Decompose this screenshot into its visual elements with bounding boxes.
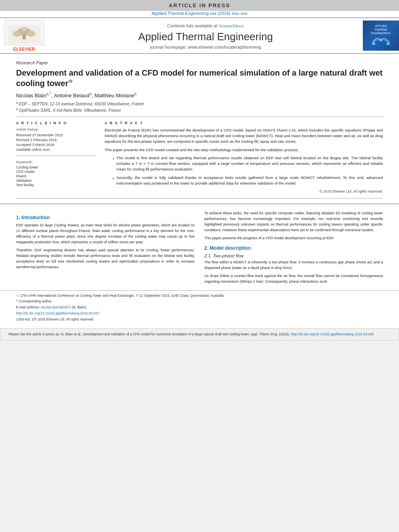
received-date: Received 27 November 2015: [16, 133, 97, 137]
model-num: 2.: [204, 245, 208, 251]
divider-1: [16, 117, 383, 117]
intro-para2: Therefore, EDF engineering division has …: [16, 248, 195, 270]
article-title-text: Development and validation of a CFD mode…: [16, 68, 383, 88]
journal-right-logo: APPLIED THERMAL ENGINEERING: [363, 21, 399, 51]
author3-sup: b: [134, 92, 137, 96]
keyword-2: CFD model: [16, 170, 97, 174]
svg-point-4: [27, 31, 35, 37]
keyword-1: Cooling tower: [16, 165, 97, 169]
citation-link[interactable]: http://dx.doi.org/10.1016/j.applthermale…: [291, 332, 374, 336]
article-type-label: Research Paper: [16, 60, 383, 65]
svg-point-6: [373, 43, 375, 45]
available-online: Available online xxxx: [16, 148, 97, 152]
journal-homepage: journal homepage: www.elsevier.com/locat…: [52, 45, 359, 49]
title-star: ☆: [68, 78, 73, 84]
model-title-text: Model description: [210, 245, 251, 251]
author3-name: , Matthieu Miolane: [92, 92, 134, 99]
email-label: E-mail address:: [16, 305, 40, 309]
journal-header-row: ELSEVIER Contents lists available at Sci…: [0, 17, 399, 54]
sciencedirect-link[interactable]: ScienceDirect: [219, 23, 244, 28]
body-content: 1. Introduction EDF operates 32 large Co…: [0, 203, 399, 287]
bullet-text-2: Secondly, the model is fully validated t…: [116, 175, 383, 187]
elsevier-label: ELSEVIER: [13, 47, 35, 51]
subsec-title-text: Two-phase flow: [213, 253, 243, 258]
intro-para3: To achieve these tasks, the need for spe…: [204, 211, 383, 233]
article-info-header: A R T I C L E I N F O: [16, 121, 97, 125]
revised-date: Revised 2 February 2016: [16, 138, 97, 142]
email-footnote: E-mail address: nicolas.blain@edf.fr (N.…: [16, 305, 383, 310]
right-logo-line3: ENGINEERING: [371, 31, 391, 35]
affiliation-b: b OptiFluides SARL, 6 Ind Niels Bohr, Vi…: [16, 107, 383, 113]
right-logo-line1: APPLIED: [375, 24, 387, 28]
two-phase-subtitle: 2.1. Two-phase flow: [204, 253, 383, 258]
keywords-label: Keywords:: [16, 160, 97, 164]
doi-footnote: http://dx.doi.org/10.1016/j.applthermale…: [16, 311, 383, 316]
page: ARTICLE IN PRESS Applied Thermal Enginee…: [0, 0, 399, 341]
affiliation-a: a EDF – SEPTEN, 12-14 avenue Dutrievoz, …: [16, 101, 383, 106]
info-abstract-section: A R T I C L E I N F O Article history: R…: [16, 121, 383, 193]
bullet-item-2: • Secondly, the model is fully validated…: [113, 175, 383, 187]
intro-para4: This paper presents the progress of a CF…: [204, 236, 383, 241]
author1-sup: a,*: [46, 92, 51, 96]
citation-text: Please cite this article in press as: N.…: [8, 332, 290, 336]
corresponding-footnote: * Corresponding author.: [16, 299, 383, 304]
body-two-col: 1. Introduction EDF operates 32 large Co…: [16, 211, 383, 287]
intro-para1: EDF operates 32 large Cooling Towers, as…: [16, 223, 195, 245]
subsec-num: 2.1.: [204, 253, 212, 258]
body-col-right: To achieve these tasks, the need for spe…: [204, 211, 383, 287]
copyright-line: © 2016 Elsevier Ltd. All rights reserved…: [105, 189, 383, 193]
contents-available-line: Contents lists available at ScienceDirec…: [52, 22, 359, 29]
elsevier-logo-image: [4, 20, 44, 46]
divider-2: [16, 198, 383, 199]
article-in-press-banner: ARTICLE IN PRESS: [0, 0, 399, 11]
doi-link[interactable]: http://dx.doi.org/10.1016/j.applthermale…: [16, 311, 99, 315]
doi-reference-line: Applied Thermal Engineering xxx (2016) x…: [0, 11, 399, 16]
bullet-text-1: The model is first tested and set regard…: [116, 155, 383, 173]
authors-line: Nicolas Blaina,*, Antoine Belauda, Matth…: [16, 92, 383, 99]
svg-point-3: [13, 31, 21, 37]
issn-footnote: 1359-431 1/© 2016 Elsevier Ltd. All righ…: [16, 317, 383, 322]
author1-name: Nicolas Blain: [16, 92, 46, 99]
banner-text: ARTICLE IN PRESS: [169, 2, 230, 8]
star-footnote: ☆ 17th IAHR International Conference on …: [16, 293, 383, 298]
svg-point-8: [387, 43, 389, 45]
bottom-citation-bar: Please cite this article in press as: N.…: [0, 328, 399, 341]
affiliation-a-text: EDF – SEPTEN, 12-14 avenue Dutrievoz, 69…: [19, 102, 144, 107]
model-para1: The flow within a NDWCT is inherently a …: [204, 260, 383, 271]
abstract-header: A B S T R A C T: [105, 121, 383, 125]
footnotes-area: ☆ 17th IAHR International Conference on …: [0, 290, 399, 325]
svg-point-7: [380, 39, 382, 41]
abstract-bullets: • The model is first tested and set rega…: [109, 155, 383, 186]
right-logo-line2: THERMAL: [374, 28, 387, 31]
divider-keywords: [16, 156, 97, 156]
svg-point-5: [22, 27, 27, 31]
keyword-5: Test facility: [16, 183, 97, 187]
journal-center: Contents lists available at ScienceDirec…: [48, 22, 363, 49]
article-info-column: A R T I C L E I N F O Article history: R…: [16, 121, 97, 193]
model-description-title: 2. Model description: [204, 245, 383, 251]
article-content: Research Paper Development and validatio…: [0, 54, 399, 199]
author2-name: , Antoine Belaud: [51, 92, 89, 99]
svg-rect-2: [23, 35, 26, 39]
email-name: (N. Blain).: [72, 305, 87, 309]
keyword-3: Fluent: [16, 174, 97, 178]
abstract-paragraph1: Électricité de France (EDF) has commissi…: [105, 127, 383, 145]
right-logo-graphic: [370, 35, 392, 47]
contents-text: Contents lists available at: [167, 23, 218, 28]
body-col-left: 1. Introduction EDF operates 32 large Co…: [16, 211, 195, 287]
accepted-date: Accepted 3 March 2016: [16, 143, 97, 147]
article-title: Development and validation of a CFD mode…: [16, 68, 383, 88]
affiliation-b-text: OptiFluides SARL, 6 Ind Niels Bohr, Vill…: [19, 108, 121, 113]
affiliation-a-sup: a: [16, 101, 18, 105]
model-para2: As drops follow a counter-flow track aga…: [204, 273, 383, 285]
doi-text: Applied Thermal Engineering xxx (2016) x…: [152, 11, 247, 16]
elsevier-tree-icon: [8, 26, 40, 44]
history-label: Article history:: [16, 127, 97, 131]
abstract-paragraph2: This paper presents the CFD model create…: [105, 147, 383, 153]
keyword-4: Validation: [16, 179, 97, 183]
journal-title: Applied Thermal Engineering: [52, 31, 359, 43]
abstract-column: A B S T R A C T Électricité de France (E…: [105, 121, 383, 193]
elsevier-logo-box: ELSEVIER: [0, 20, 48, 51]
introduction-title: 1. Introduction: [16, 215, 195, 220]
email-link[interactable]: nicolas.blain@edf.fr: [41, 305, 71, 309]
